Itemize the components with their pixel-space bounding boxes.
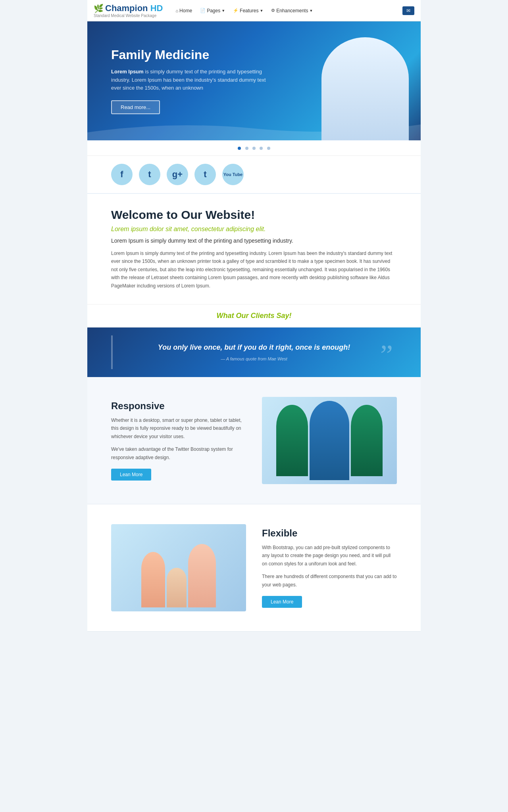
feature-flexible-title: Flexible (262, 528, 397, 539)
family-fig-1 (141, 552, 165, 607)
hero-section: Family Medicine Lorem Ipsum is simply du… (87, 21, 421, 140)
doctors-illustration (262, 397, 397, 484)
welcome-body: Lorem Ipsum is simply dummy text of the … (111, 249, 397, 290)
logo-subtitle: Standard Medical Website Package (94, 13, 163, 18)
hero-doctor-image (310, 29, 421, 140)
tumblr-icon[interactable]: t (194, 164, 216, 185)
feature-responsive-text1: Whether it is a desktop, smart or super … (111, 416, 246, 440)
welcome-lead: Lorem Ipsum is simply dummy text of the … (111, 237, 397, 244)
quote-mark-icon: ” (380, 341, 393, 369)
nav-enhancements[interactable]: ⚙ Enhancements ▼ (268, 6, 316, 15)
clients-section: What Our Clients Say! (87, 304, 421, 327)
twitter-icon[interactable]: t (139, 164, 160, 185)
family-illustration (111, 524, 246, 611)
welcome-subtitle: Lorem ipsum dolor sit amet, consectetur … (111, 226, 397, 233)
feature-responsive-image (262, 397, 397, 484)
quote-attribution: — A famous quote from Mae West (119, 356, 389, 361)
logo-leaf-icon: 🌿 (94, 4, 104, 13)
pages-icon: 📄 (200, 8, 206, 13)
logo-area: 🌿 Champion HD Standard Medical Website P… (94, 3, 163, 18)
feature-responsive-title: Responsive (111, 400, 246, 412)
quote-banner: You only live once, but if you do it rig… (87, 327, 421, 377)
youtube-icon[interactable]: You Tube (222, 164, 244, 185)
feature-flexible-section: Flexible With Bootstrap, you can add pre… (87, 504, 421, 632)
dot-2[interactable] (245, 147, 248, 150)
feature-flexible-image (111, 524, 246, 611)
doctor-silhouette (321, 37, 409, 140)
family-fig-3 (188, 544, 216, 607)
doctor-fig-3 (351, 405, 383, 476)
social-bar: f t g+ t You Tube (87, 156, 421, 194)
slider-dots (87, 140, 421, 156)
email-icon: ✉ (406, 8, 410, 13)
feature-flexible-content: Flexible With Bootstrap, you can add pre… (262, 528, 397, 608)
hero-content: Family Medicine Lorem Ipsum is simply du… (111, 48, 268, 114)
doctor-fig-1 (276, 405, 308, 476)
responsive-learn-more-button[interactable]: Lean More (111, 469, 151, 481)
pages-chevron-icon: ▼ (221, 9, 225, 13)
features-icon: ⚡ (233, 8, 239, 13)
flexible-learn-more-button[interactable]: Lean More (262, 596, 302, 608)
dot-5[interactable] (267, 147, 270, 150)
email-button[interactable]: ✉ (402, 6, 414, 15)
feature-responsive-text2: We've taken advantage of the Twitter Boo… (111, 445, 246, 462)
google-plus-icon[interactable]: g+ (167, 164, 188, 185)
welcome-section: Welcome to Our Website! Lorem ipsum dolo… (87, 194, 421, 304)
clients-title: What Our Clients Say! (111, 312, 397, 320)
enhancements-icon: ⚙ (271, 8, 275, 13)
features-chevron-icon: ▼ (260, 9, 263, 13)
quote-line-decoration (111, 335, 113, 369)
logo-title: Champion HD (105, 3, 163, 13)
hero-title: Family Medicine (111, 48, 268, 62)
nav-home[interactable]: ⌂ Home (172, 6, 195, 15)
feature-flexible-text2: There are hundreds of different componen… (262, 573, 397, 589)
site-header: 🌿 Champion HD Standard Medical Website P… (87, 0, 421, 21)
feature-responsive-content: Responsive Whether it is a desktop, smar… (111, 400, 246, 481)
family-fig-2 (167, 568, 187, 607)
dot-3[interactable] (252, 147, 256, 150)
welcome-title: Welcome to Our Website! (111, 208, 397, 222)
dot-4[interactable] (260, 147, 263, 150)
read-more-button[interactable]: Read more... (111, 100, 160, 114)
nav-pages[interactable]: 📄 Pages ▼ (197, 6, 228, 15)
dot-1[interactable] (238, 147, 241, 150)
hero-text: Lorem Ipsum is simply dummy text of the … (111, 68, 268, 92)
quote-text: You only live once, but if you do it rig… (119, 343, 389, 352)
doctor-fig-2 (310, 401, 349, 480)
nav-features[interactable]: ⚡ Features ▼ (230, 6, 266, 15)
feature-responsive-section: Responsive Whether it is a desktop, smar… (87, 377, 421, 504)
enhancements-chevron-icon: ▼ (309, 9, 313, 13)
home-icon: ⌂ (175, 8, 178, 13)
facebook-icon[interactable]: f (111, 164, 133, 185)
main-nav: ⌂ Home 📄 Pages ▼ ⚡ Features ▼ ⚙ Enhancem… (172, 6, 414, 15)
feature-flexible-text1: With Bootstrap, you can add pre-built st… (262, 544, 397, 568)
